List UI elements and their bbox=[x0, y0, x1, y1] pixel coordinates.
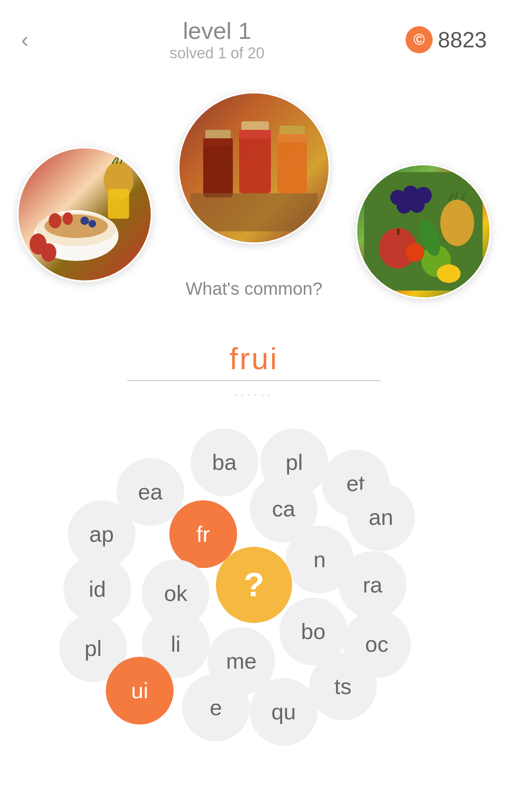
bubble-label-oc: oc bbox=[365, 631, 389, 657]
level-subtitle: solved 1 of 20 bbox=[170, 44, 265, 62]
svg-rect-0 bbox=[203, 138, 233, 198]
coin-icon: © bbox=[406, 26, 433, 53]
answer-dots: ...... bbox=[42, 385, 466, 399]
breakfast-bowl-visual bbox=[19, 148, 151, 280]
svg-point-20 bbox=[80, 217, 89, 225]
header: ‹ level 1 solved 1 of 20 © 8823 bbox=[0, 0, 508, 71]
bubble-label-ts: ts bbox=[334, 674, 351, 699]
bubble-ui[interactable]: ui bbox=[106, 657, 174, 724]
svg-point-38 bbox=[406, 243, 424, 262]
bubble-label-ui: ui bbox=[131, 678, 148, 703]
svg-point-18 bbox=[49, 213, 61, 228]
svg-point-21 bbox=[88, 220, 96, 228]
header-center: level 1 solved 1 of 20 bbox=[170, 17, 265, 62]
svg-rect-5 bbox=[239, 130, 271, 138]
bubble-label-ca: ca bbox=[272, 496, 295, 521]
bubbles-area: bapleteacaanapfrnidok?raplliboocmeuitseq… bbox=[0, 416, 508, 754]
images-area: What's common? bbox=[0, 79, 508, 324]
svg-rect-14 bbox=[108, 189, 129, 219]
answer-area: frui ...... bbox=[0, 341, 508, 399]
bubble-label-an: an bbox=[369, 505, 393, 530]
bubble-label-li: li bbox=[171, 631, 180, 657]
bubble-label-ba: ba bbox=[212, 450, 237, 475]
svg-point-37 bbox=[437, 264, 461, 283]
svg-rect-8 bbox=[277, 134, 307, 143]
coins-count: 8823 bbox=[438, 27, 487, 52]
answer-text: frui bbox=[42, 341, 466, 376]
bubble-id[interactable]: id bbox=[64, 555, 131, 623]
bubble-label-hint: ? bbox=[244, 565, 265, 604]
coins-badge: © 8823 bbox=[406, 26, 487, 53]
bubble-hint[interactable]: ? bbox=[216, 547, 292, 623]
svg-rect-9 bbox=[190, 193, 318, 231]
bubble-an[interactable]: an bbox=[347, 483, 415, 551]
bubble-ba[interactable]: ba bbox=[190, 428, 258, 496]
bubble-label-ea: ea bbox=[138, 479, 163, 505]
fruits-pile-visual bbox=[357, 165, 489, 297]
svg-point-30 bbox=[440, 200, 474, 246]
svg-point-19 bbox=[63, 212, 73, 225]
bubble-ra[interactable]: ra bbox=[339, 551, 406, 619]
bubble-label-bo: bo bbox=[301, 619, 326, 644]
back-button[interactable]: ‹ bbox=[21, 29, 28, 51]
image-fruits-pile bbox=[356, 164, 491, 299]
image-breakfast-bowl bbox=[17, 147, 152, 282]
whats-common-label: What's common? bbox=[185, 279, 322, 299]
jam-jars-visual bbox=[179, 93, 329, 242]
bubble-label-me: me bbox=[226, 648, 257, 674]
bubble-e[interactable]: e bbox=[182, 674, 250, 741]
bubble-label-pl-bot: pl bbox=[85, 636, 102, 661]
svg-rect-3 bbox=[239, 130, 271, 193]
image-jam-jars bbox=[178, 92, 330, 244]
bubble-qu[interactable]: qu bbox=[250, 678, 318, 746]
level-title: level 1 bbox=[170, 17, 265, 44]
bubble-label-ap: ap bbox=[89, 521, 114, 547]
bubble-label-n: n bbox=[314, 547, 326, 572]
svg-rect-35 bbox=[397, 229, 400, 235]
coin-symbol: © bbox=[414, 31, 425, 49]
bubble-label-qu: qu bbox=[271, 699, 296, 724]
svg-point-29 bbox=[409, 198, 425, 213]
svg-rect-6 bbox=[277, 134, 307, 193]
bubble-label-e: e bbox=[210, 695, 222, 720]
bubble-label-pl-top: pl bbox=[286, 450, 303, 475]
svg-point-23 bbox=[41, 243, 56, 262]
answer-underline bbox=[127, 380, 381, 381]
bubble-label-id: id bbox=[89, 576, 106, 602]
bubble-label-ok: ok bbox=[164, 581, 188, 606]
svg-rect-2 bbox=[203, 138, 233, 147]
bubble-label-fr: fr bbox=[196, 521, 210, 547]
bubble-label-ra: ra bbox=[363, 572, 382, 598]
bubble-ts[interactable]: ts bbox=[309, 653, 377, 720]
